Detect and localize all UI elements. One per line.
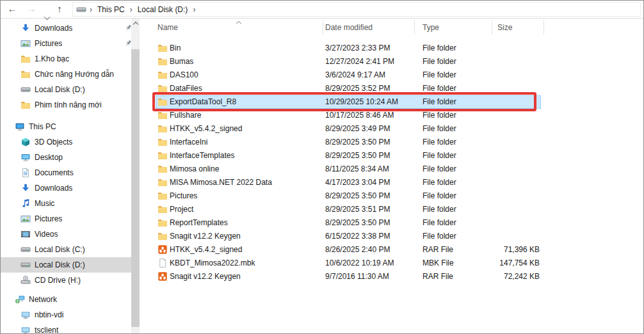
folder-icon bbox=[157, 110, 168, 120]
sidebar-item-videos[interactable]: Videos bbox=[1, 227, 131, 242]
file-row-pictures[interactable]: Pictures8/29/2025 3:50 PMFile folder bbox=[156, 189, 541, 203]
folder-icon bbox=[20, 100, 31, 110]
file-name: HTKK_v5.4.2_signed bbox=[170, 122, 242, 136]
sidebar-item-music[interactable]: Music bbox=[1, 196, 131, 211]
column-header-name[interactable]: Name bbox=[157, 19, 178, 36]
sidebar-item-downloads[interactable]: Downloads bbox=[1, 20, 131, 36]
file-row-das100[interactable]: DAS1003/6/2024 9:17 AMFile folder bbox=[156, 68, 541, 82]
sidebar-item-local-disk-d[interactable]: Local Disk (D:) bbox=[1, 82, 131, 97]
sidebar-item-network[interactable]: Network bbox=[1, 292, 131, 307]
sidebar-item-nbtin-vdi[interactable]: nbtin-vdi bbox=[1, 307, 131, 322]
file-row-interfaceini[interactable]: InterfaceIni8/29/2025 3:50 PMFile folder bbox=[156, 136, 541, 149]
pictures-icon bbox=[20, 38, 31, 49]
pin-icon bbox=[124, 39, 131, 47]
folder-icon bbox=[157, 137, 168, 147]
navigation-toolbar: ← → ↑ ›This PC›Local Disk (D:)› bbox=[1, 1, 643, 19]
file-row-project[interactable]: Project8/29/2025 3:51 PMFile folder bbox=[156, 203, 541, 216]
file-type: File folder bbox=[423, 203, 456, 216]
file-row-htkk-v5-4-2-signed[interactable]: HTKK_v5.4.2_signed8/26/2025 2:40 PMRAR F… bbox=[156, 243, 541, 257]
column-header-date-modified[interactable]: Date modified bbox=[325, 19, 373, 36]
file-row-fullshare[interactable]: Fullshare10/17/2025 8:46 AMFile folder bbox=[156, 109, 541, 122]
chevron-down-icon[interactable] bbox=[40, 1, 53, 17]
file-row-exportdatatool-r8[interactable]: ExportDataTool_R810/29/2025 10:24 AMFile… bbox=[156, 95, 541, 109]
breadcrumb-separator-icon[interactable]: › bbox=[86, 5, 95, 14]
sidebar-item-desktop[interactable]: Desktop bbox=[1, 150, 131, 165]
sidebar-item-local-disk-c[interactable]: Local Disk (C:) bbox=[1, 242, 131, 257]
file-type: File folder bbox=[423, 68, 456, 82]
sidebar-item-3d-objects[interactable]: 3D Objects bbox=[1, 134, 131, 150]
file-type: File folder bbox=[423, 149, 456, 163]
sidebar-item-local-disk-d[interactable]: Local Disk (D:) bbox=[1, 257, 131, 273]
sidebar-item-pictures[interactable]: Pictures bbox=[1, 36, 131, 51]
file-date-modified: 12/27/2024 2:41 PM bbox=[325, 55, 394, 68]
file-type: File folder bbox=[423, 55, 456, 68]
sidebar-item-phim-t-nh-n-ng-m-i[interactable]: Phim tính năng mới bbox=[1, 97, 131, 113]
forward-icon[interactable]: → bbox=[25, 1, 38, 17]
file-row-misa-mimosa-net-2022-data[interactable]: MISA Mimosa.NET 2022 Data4/17/2023 3:04 … bbox=[156, 176, 541, 189]
folder-icon bbox=[157, 177, 168, 187]
sidebar-item-label: 3D Objects bbox=[35, 138, 72, 147]
folder-icon bbox=[157, 204, 168, 214]
file-name: Bumas bbox=[170, 55, 193, 68]
file-name: DataFiles bbox=[170, 82, 202, 95]
address-bar[interactable]: ›This PC›Local Disk (D:)› bbox=[72, 2, 641, 17]
sidebar-item-label: Network bbox=[29, 295, 57, 304]
file-row-datafiles[interactable]: DataFiles8/29/2025 3:52 PMFile folder bbox=[156, 82, 541, 95]
folder-icon bbox=[157, 43, 168, 53]
folder-icon bbox=[157, 218, 168, 228]
downloads-icon bbox=[20, 183, 31, 193]
pictures-icon bbox=[20, 214, 31, 224]
file-row-mimosa-online[interactable]: Mimosa online8/11/2025 8:34 AMFile folde… bbox=[156, 163, 541, 176]
file-name: ReportTemplates bbox=[170, 216, 228, 230]
sidebar-item-pictures[interactable]: Pictures bbox=[1, 211, 131, 227]
column-divider[interactable] bbox=[492, 20, 492, 35]
column-divider[interactable] bbox=[543, 20, 544, 35]
file-row-interfacetemplates[interactable]: InterfaceTemplates8/29/2025 3:50 PMFile … bbox=[156, 149, 541, 163]
column-header-size[interactable]: Size bbox=[497, 19, 512, 36]
up-icon[interactable]: ↑ bbox=[53, 1, 66, 17]
scroll-up-icon[interactable] bbox=[133, 22, 138, 27]
column-header-type[interactable]: Type bbox=[423, 19, 439, 36]
sidebar-item-label: Documents bbox=[35, 168, 74, 177]
file-date-modified: 8/29/2025 3:52 PM bbox=[325, 82, 390, 95]
sidebar-item-label: Local Disk (D:) bbox=[35, 260, 85, 269]
file-date-modified: 8/29/2025 3:50 PM bbox=[325, 149, 390, 163]
file-rows: Bin3/27/2023 2:33 PMFile folderBumas12/2… bbox=[140, 42, 643, 333]
sidebar-item-1-kho-b-c[interactable]: 1.Kho bạc bbox=[1, 51, 131, 67]
folder-icon bbox=[157, 56, 168, 67]
file-row-bumas[interactable]: Bumas12/27/2024 2:41 PMFile folder bbox=[156, 55, 541, 68]
sidebar-scrollbar[interactable] bbox=[131, 19, 140, 333]
back-icon[interactable]: ← bbox=[6, 1, 19, 17]
file-row-snagit-v12-2-keygen[interactable]: Snagit v12.2 Keygen9/7/2016 11:30 AMRAR … bbox=[156, 270, 541, 283]
sidebar-item-documents[interactable]: Documents bbox=[1, 165, 131, 180]
scrollbar-thumb[interactable] bbox=[131, 49, 140, 327]
folder-icon bbox=[157, 164, 168, 174]
breadcrumb-item-this-pc[interactable]: This PC bbox=[95, 5, 127, 14]
file-date-modified: 8/29/2025 3:49 PM bbox=[325, 122, 390, 136]
file-row-reporttemplates[interactable]: ReportTemplates8/29/2025 3:50 PMFile fol… bbox=[156, 216, 541, 230]
column-divider[interactable] bbox=[323, 20, 323, 35]
breadcrumb-separator-icon[interactable]: › bbox=[189, 5, 198, 14]
file-type: File folder bbox=[423, 136, 456, 149]
sidebar-item-tsclient[interactable]: tsclient bbox=[1, 322, 131, 333]
file-row-snagit-v12-2-keygen[interactable]: Snagit v12.2 Keygen6/15/2022 3:38 PMFile… bbox=[156, 230, 541, 243]
breadcrumb-separator-icon[interactable]: › bbox=[127, 5, 136, 14]
sidebar-item-downloads[interactable]: Downloads bbox=[1, 180, 131, 196]
file-name: Project bbox=[170, 203, 193, 216]
file-name: Snagit v12.2 Keygen bbox=[170, 230, 241, 243]
file-date-modified: 4/17/2023 3:04 PM bbox=[325, 176, 390, 189]
sidebar-item-cd-drive-h[interactable]: CD Drive (H:) bbox=[1, 273, 131, 288]
column-divider[interactable] bbox=[414, 20, 415, 35]
sidebar-item-label: This PC bbox=[29, 122, 56, 131]
file-row-htkk-v5-4-2-signed[interactable]: HTKK_v5.4.2_signed8/29/2025 3:49 PMFile … bbox=[156, 122, 541, 136]
sidebar-item-ch-c-n-ng-h-ng-d-n[interactable]: Chức năng Hướng dẫn bbox=[1, 67, 131, 82]
file-name: Pictures bbox=[170, 189, 197, 203]
file-type: File folder bbox=[423, 109, 456, 122]
file-name: KBDT_Mimosa2022.mbk bbox=[170, 257, 255, 270]
breadcrumb-item-local-disk-d[interactable]: Local Disk (D:) bbox=[136, 5, 190, 14]
sidebar-item-this-pc[interactable]: This PC bbox=[1, 119, 131, 134]
file-row-bin[interactable]: Bin3/27/2023 2:33 PMFile folder bbox=[156, 42, 541, 55]
file-type: File folder bbox=[423, 95, 456, 109]
file-date-modified: 9/7/2016 11:30 AM bbox=[325, 270, 389, 283]
file-row-kbdt-mimosa2022-mbk[interactable]: KBDT_Mimosa2022.mbk10/6/2022 10:19 AMMBK… bbox=[156, 257, 541, 270]
